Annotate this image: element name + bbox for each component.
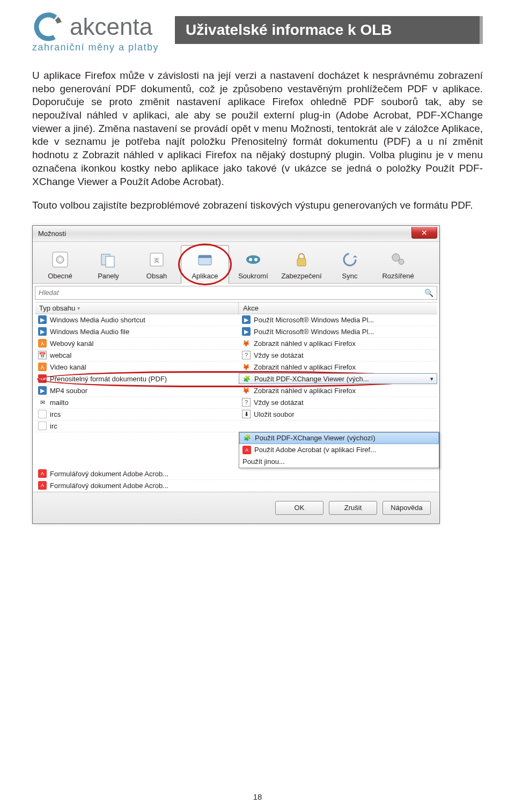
cell-type: እVideo kanál — [35, 363, 239, 371]
logo-arc-icon — [32, 11, 64, 43]
table-header[interactable]: Typ obsahu ▾ Akce — [35, 302, 437, 314]
toolbar-label: Obecné — [48, 272, 72, 280]
search-input[interactable] — [39, 289, 424, 297]
svg-point-12 — [249, 258, 252, 261]
cell-action[interactable]: ▶Použít Microsoft® Windows Media Pl... — [239, 315, 437, 324]
svg-text:页: 页 — [154, 257, 159, 263]
toolbar-tab-obecné[interactable]: Obecné — [36, 245, 84, 283]
table-row[interactable]: እVideo kanál🦊Zobrazit náhled v aplikaci … — [35, 361, 437, 373]
cell-type: ircs — [35, 410, 239, 418]
search-input-wrap[interactable]: 🔍 — [35, 286, 437, 300]
lock-icon — [291, 249, 312, 270]
svg-rect-14 — [297, 259, 306, 266]
svg-point-17 — [392, 254, 400, 261]
toolbar-tab-sync[interactable]: Sync — [326, 245, 374, 283]
dropdown-item[interactable]: APoužít Adobe Acrobat (v aplikaci Firef.… — [239, 444, 439, 456]
logo-text: akcenta — [70, 15, 152, 39]
svg-rect-6 — [106, 256, 114, 267]
logo-tagline: zahraniční měny a platby — [32, 42, 159, 53]
cell-type: ✉mailto — [35, 398, 239, 407]
col-action: Akce — [239, 302, 437, 314]
col-type: Typ obsahu ▾ — [35, 302, 239, 314]
page-title: Uživatelské informace k OLB — [175, 16, 483, 44]
page-number: 18 — [0, 792, 515, 801]
cell-type: 📅webcal — [35, 351, 239, 359]
toolbar-tab-rozšířené[interactable]: Rozšířené — [374, 245, 422, 283]
cell-type: ▶Windows Media Audio shortcut — [35, 315, 239, 324]
gear-icon — [49, 249, 71, 270]
cell-action[interactable]: 🦊Zobrazit náhled v aplikaci Firefox — [239, 386, 437, 395]
cell-type: PDFPřenositelný formát dokumentu (PDF) — [35, 374, 239, 383]
cell-action[interactable]: 🦊Zobrazit náhled v aplikaci Firefox — [239, 363, 437, 371]
paragraph-2: Touto volbou zajistíte bezproblémové zob… — [32, 199, 483, 212]
toolbar-tab-soukromí[interactable]: Soukromí — [229, 245, 277, 283]
cell-type: AFormulářový dokument Adobe Acrob... — [35, 481, 239, 490]
svg-marker-16 — [353, 255, 357, 257]
cell-type: እWebový kanál — [35, 339, 239, 348]
cell-action[interactable]: ⬇Uložit soubor — [239, 410, 437, 418]
toolbar-label: Sync — [342, 272, 358, 280]
advanced-icon — [387, 249, 409, 270]
cell-action[interactable]: 🦊Zobrazit náhled v aplikaci Firefox — [239, 339, 437, 348]
toolbar-label: Obsah — [146, 272, 167, 280]
table-row[interactable]: ▶MP4 soubor🦊Zobrazit náhled v aplikaci F… — [35, 385, 437, 397]
table-row[interactable]: ▶Windows Media Audio shortcut▶Použít Mic… — [35, 314, 437, 326]
content-type-list: ▶Windows Media Audio shortcut▶Použít Mic… — [35, 314, 437, 432]
toolbar-label: Panely — [98, 272, 119, 280]
cell-action[interactable]: ▶Použít Microsoft® Windows Media Pl... — [239, 327, 437, 336]
table-row[interactable]: 📅webcal?Vždy se dotázat — [35, 350, 437, 361]
toolbar-tab-aplikace[interactable]: Aplikace — [181, 245, 229, 284]
cell-action[interactable]: ?Vždy se dotázat — [239, 351, 437, 359]
close-icon: ✕ — [421, 228, 428, 237]
content-icon: 页 — [146, 249, 167, 270]
svg-point-18 — [399, 259, 404, 264]
cell-action[interactable]: 🧩Použít PDF-XChange Viewer (vých... — [239, 373, 437, 384]
table-row[interactable]: ✉mailto?Vždy se dotázat — [35, 397, 437, 409]
svg-point-4 — [58, 258, 62, 261]
dropdown-item[interactable]: Použít jinou... — [239, 456, 439, 468]
toolbar-tab-panely[interactable]: Panely — [84, 245, 133, 283]
logo: akcenta zahraniční měny a platby — [32, 11, 159, 53]
close-button[interactable]: ✕ — [411, 227, 437, 239]
paragraph-1: U aplikace Firefox může v závislosti na … — [32, 69, 483, 188]
action-dropdown[interactable]: 🧩Použít PDF-XChange Viewer (výchozí)APou… — [239, 432, 439, 468]
options-dialog: Možnosti ✕ ObecnéPanely页ObsahAplikaceSou… — [32, 225, 440, 524]
toolbar-tab-obsah[interactable]: 页Obsah — [133, 245, 181, 283]
svg-point-11 — [246, 255, 260, 264]
svg-point-0 — [33, 12, 63, 42]
cell-type: AFormulářový dokument Adobe Acrob... — [35, 469, 239, 478]
cell-action[interactable]: ?Vždy se dotázat — [239, 398, 437, 407]
highlight-oval — [178, 243, 232, 285]
table-row[interactable]: AFormulářový dokument Adobe Acrob... — [35, 480, 437, 492]
cancel-button[interactable]: Zrušit — [329, 501, 377, 515]
search-icon: 🔍 — [424, 289, 433, 297]
dialog-titlebar[interactable]: Možnosti ✕ — [33, 226, 439, 242]
mask-icon — [242, 249, 264, 270]
panels-icon — [98, 249, 119, 270]
sync-icon — [339, 249, 360, 270]
cell-type: ▶MP4 soubor — [35, 386, 239, 395]
help-button[interactable]: Nápověda — [382, 501, 431, 515]
cell-type: irc — [35, 422, 239, 430]
dialog-title: Možnosti — [38, 230, 66, 238]
dropdown-item[interactable]: 🧩Použít PDF-XChange Viewer (výchozí) — [239, 432, 439, 444]
dialog-toolbar: ObecnéPanely页ObsahAplikaceSoukromíZabezp… — [33, 242, 439, 284]
table-row[interactable]: ircs⬇Uložit soubor — [35, 409, 437, 420]
table-row[interactable]: እWebový kanál🦊Zobrazit náhled v aplikaci… — [35, 338, 437, 350]
toolbar-tab-zabezpečení[interactable]: Zabezpečení — [277, 245, 326, 283]
dialog-buttons: OK Zrušit Nápověda — [33, 492, 439, 523]
table-row[interactable]: irc — [35, 420, 437, 432]
ok-button[interactable]: OK — [275, 501, 323, 515]
content-type-list-cont: AFormulářový dokument Adobe Acrob...AFor… — [35, 468, 437, 492]
svg-point-15 — [344, 254, 356, 265]
toolbar-label: Rozšířené — [382, 272, 414, 280]
table-row[interactable]: ▶Windows Media Audio file▶Použít Microso… — [35, 326, 437, 338]
svg-point-13 — [254, 258, 258, 261]
toolbar-label: Zabezpečení — [281, 272, 321, 280]
toolbar-label: Soukromí — [238, 272, 268, 280]
table-row[interactable]: PDFPřenositelný formát dokumentu (PDF)🧩P… — [35, 373, 437, 385]
cell-type: ▶Windows Media Audio file — [35, 327, 239, 336]
table-row[interactable]: AFormulářový dokument Adobe Acrob... — [35, 468, 437, 480]
sort-icon: ▾ — [77, 305, 80, 311]
